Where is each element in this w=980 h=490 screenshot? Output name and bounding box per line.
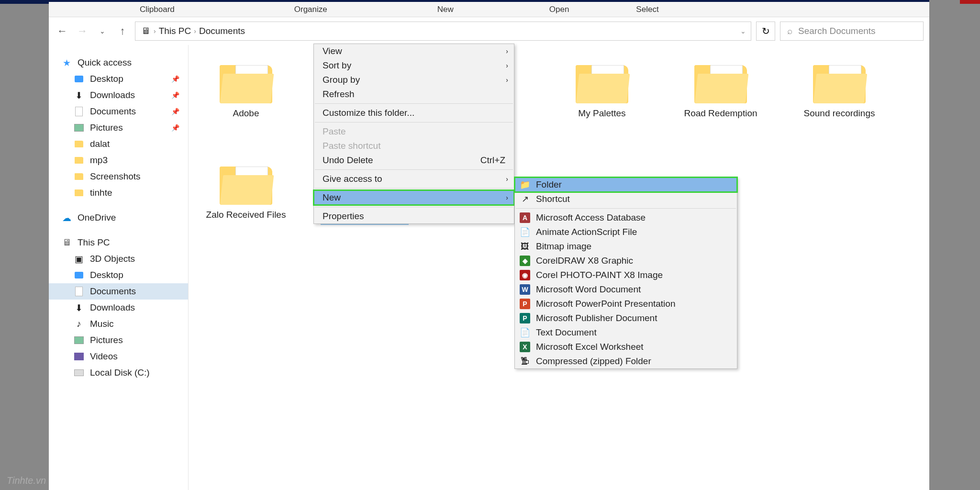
sidebar-item-label: dalat (90, 139, 110, 149)
folder-icon (217, 56, 275, 108)
chevron-down-icon[interactable]: ⌄ (740, 27, 746, 35)
fold-icon (74, 188, 84, 198)
nav-up-button[interactable]: ↑ (115, 23, 130, 39)
folder-my-palettes[interactable]: My Palettes (559, 56, 645, 119)
doc-icon (74, 106, 84, 117)
new-bitmap-image[interactable]: 🖼Bitmap image (515, 239, 737, 254)
onedrive-icon: ☁ (61, 212, 72, 223)
desktop-icon (74, 74, 84, 84)
ribbon-group-open: Open (525, 5, 593, 14)
breadcrumb-thispc[interactable]: This PC (159, 26, 191, 36)
folder-road-redemption[interactable]: Road Redemption (678, 56, 764, 119)
search-input[interactable]: ⌕ Search Documents (780, 22, 924, 41)
new-microsoft-access-database[interactable]: AMicrosoft Access Database (515, 211, 737, 225)
sidebar-item-pictures[interactable]: Pictures📌 (49, 120, 188, 136)
explorer-window: Clipboard Organize New Open Select ← → ⌄… (49, 0, 929, 490)
3d-icon: ▣ (74, 254, 84, 264)
submenu-label: Microsoft Access Database (536, 212, 646, 223)
separator (315, 188, 513, 189)
submenu-label: Compressed (zipped) Folder (536, 356, 651, 367)
ctx-refresh[interactable]: Refresh (314, 87, 514, 101)
new-microsoft-powerpoint-presentation[interactable]: PMicrosoft PowerPoint Presentation (515, 297, 737, 311)
sidebar-item-local-disk-c-[interactable]: Local Disk (C:) (49, 365, 188, 381)
new-text-document[interactable]: 📄Text Document (515, 325, 737, 340)
ctx-customize[interactable]: Customize this folder... (314, 106, 514, 120)
new-corel-photo-paint-x8-image[interactable]: ◉Corel PHOTO-PAINT X8 Image (515, 268, 737, 282)
sidebar-item-dalat[interactable]: dalat (49, 136, 188, 152)
pc-icon: 🖥 (61, 237, 72, 248)
main-area: ★ Quick access Desktop📌⬇Downloads📌Docume… (49, 45, 929, 490)
folder-zalo-received-files[interactable]: Zalo Received Files (203, 157, 289, 224)
file-type-icon: 📄 (520, 327, 530, 338)
ctx-sort-by[interactable]: Sort by› (314, 58, 514, 73)
sidebar-onedrive[interactable]: ☁ OneDrive (49, 210, 188, 226)
submenu-label: Corel PHOTO-PAINT X8 Image (536, 270, 663, 280)
sidebar-item-documents[interactable]: Documents (49, 283, 188, 300)
new-animate-actionscript-file[interactable]: 📄Animate ActionScript File (515, 225, 737, 239)
sidebar-item-videos[interactable]: Videos (49, 348, 188, 365)
sidebar-item-downloads[interactable]: ⬇Downloads (49, 300, 188, 316)
chevron-right-icon: › (154, 27, 156, 35)
chevron-right-icon: › (506, 47, 508, 55)
new-compressed-zipped-folder[interactable]: 🗜Compressed (zipped) Folder (515, 354, 737, 368)
sidebar-item-desktop[interactable]: Desktop📌 (49, 71, 188, 87)
sidebar-item-downloads[interactable]: ⬇Downloads📌 (49, 87, 188, 103)
new-microsoft-publisher-document[interactable]: PMicrosoft Publisher Document (515, 311, 737, 325)
file-pane[interactable]: Adobe Co nic Arts My Palettes Road Redem… (189, 45, 929, 490)
sidebar-item-label: Quick access (78, 57, 132, 68)
submenu-label: Microsoft PowerPoint Presentation (536, 299, 675, 309)
doc-icon (74, 286, 84, 297)
submenu-label: Shortcut (536, 194, 570, 204)
pin-icon: 📌 (171, 75, 179, 83)
new-microsoft-word-document[interactable]: WMicrosoft Word Document (515, 282, 737, 297)
submenu-label: Animate ActionScript File (536, 227, 637, 237)
separator (315, 122, 513, 122)
new-folder[interactable]: 📁Folder (515, 178, 737, 192)
folder-icon (217, 157, 275, 210)
sidebar-quick-access[interactable]: ★ Quick access (49, 55, 188, 71)
ribbon-group-new: New (413, 5, 478, 14)
separator (315, 207, 513, 207)
submenu-label: Folder (536, 179, 562, 190)
sidebar-item-music[interactable]: ♪Music (49, 316, 188, 332)
sidebar-item-label: OneDrive (78, 212, 116, 223)
ctx-group-by[interactable]: Group by› (314, 73, 514, 87)
sidebar-item-label: Downloads (90, 302, 135, 313)
submenu-label: Text Document (536, 327, 597, 338)
sidebar-item-label: Pictures (90, 335, 123, 345)
nav-recent-dropdown[interactable]: ⌄ (95, 23, 110, 39)
new-microsoft-excel-worksheet[interactable]: XMicrosoft Excel Worksheet (515, 340, 737, 354)
star-icon: ★ (61, 57, 72, 68)
ctx-undo-delete[interactable]: Undo DeleteCtrl+Z (314, 153, 514, 167)
shortcut-label: Ctrl+Z (480, 155, 505, 166)
sidebar-item-desktop[interactable]: Desktop (49, 267, 188, 283)
breadcrumb[interactable]: 🖥 › This PC › Documents ⌄ (135, 22, 751, 41)
new-coreldraw-x8-graphic[interactable]: ◆CorelDRAW X8 Graphic (515, 254, 737, 268)
sidebar-item-pictures[interactable]: Pictures (49, 332, 188, 348)
folder-sound-recordings[interactable]: Sound recordings (796, 56, 882, 119)
separator (315, 169, 513, 170)
fold-icon (74, 155, 84, 166)
pic-icon (74, 122, 84, 133)
nav-forward-button[interactable]: → (75, 23, 90, 39)
new-shortcut[interactable]: ↗Shortcut (515, 192, 737, 206)
folder-icon (692, 56, 749, 108)
sidebar-item-screenshots[interactable]: Screenshots (49, 168, 188, 185)
ctx-new[interactable]: New› (314, 190, 514, 205)
ctx-paste-shortcut: Paste shortcut (314, 139, 514, 153)
breadcrumb-documents[interactable]: Documents (199, 26, 245, 36)
sidebar-item-documents[interactable]: Documents📌 (49, 103, 188, 120)
ribbon-group-labels: Clipboard Organize New Open Select (49, 2, 929, 17)
ctx-give-access[interactable]: Give access to› (314, 172, 514, 186)
folder-adobe[interactable]: Adobe (203, 56, 289, 119)
ctx-properties[interactable]: Properties (314, 209, 514, 223)
sidebar-item-3d-objects[interactable]: ▣3D Objects (49, 251, 188, 267)
sidebar-item-tinhte[interactable]: tinhte (49, 185, 188, 201)
ctx-view[interactable]: View› (314, 44, 514, 58)
nav-back-button[interactable]: ← (55, 23, 70, 39)
refresh-button[interactable]: ↻ (756, 22, 775, 41)
sidebar-this-pc[interactable]: 🖥 This PC (49, 234, 188, 251)
sidebar-item-label: tinhte (90, 188, 112, 198)
sidebar-item-mp3[interactable]: mp3 (49, 152, 188, 168)
pic-icon (74, 335, 84, 345)
